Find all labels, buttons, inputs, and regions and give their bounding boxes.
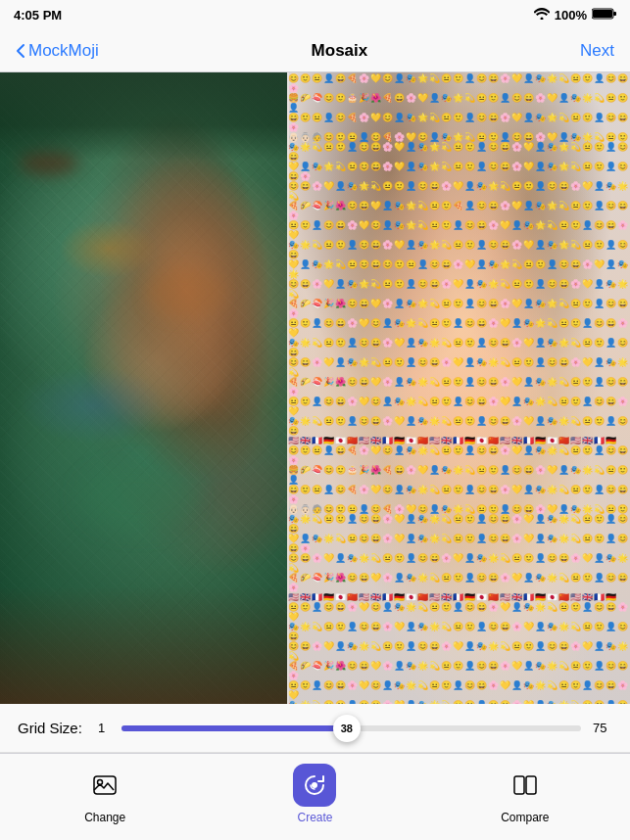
tab-compare-label: Compare xyxy=(501,811,549,824)
status-bar: 4:05 PM 100% xyxy=(0,0,630,29)
tab-change-label: Change xyxy=(84,811,125,824)
image-icon xyxy=(92,772,118,798)
painted-image-left xyxy=(0,72,289,704)
tab-compare[interactable]: Compare xyxy=(491,764,559,824)
slider-thumb[interactable]: 38 xyxy=(333,715,361,742)
status-right-area: 100% xyxy=(534,8,616,23)
next-button[interactable]: Next xyxy=(580,41,614,61)
back-button[interactable]: MockMoji xyxy=(16,41,99,61)
home-indicator xyxy=(0,834,630,840)
svg-point-5 xyxy=(312,782,317,788)
tab-bar: Change Create Compare xyxy=(0,753,630,834)
svg-rect-1 xyxy=(613,12,616,16)
slider-max-value: 75 xyxy=(593,721,612,735)
svg-rect-7 xyxy=(526,776,536,794)
slider-value: 38 xyxy=(341,723,353,734)
compare-icon xyxy=(512,772,538,798)
slider-track: 38 xyxy=(121,725,581,731)
svg-rect-3 xyxy=(94,776,116,794)
create-icon-container xyxy=(293,764,336,807)
change-icon-container xyxy=(83,764,126,807)
emoji-mosaic-right: 😊🙂😐👤😄🍕🌸💛😊👤🎭🌟💫😐🙂👤😊😄🌸💛👤🎭🌟💫😐🙂👤😊😄🌸 🍔🌮🍣😊🙂🎂🎉🌺🍕… xyxy=(287,72,630,704)
battery-icon xyxy=(592,8,616,23)
slider-container[interactable]: 38 xyxy=(121,714,581,743)
svg-rect-2 xyxy=(593,10,612,18)
battery-percentage: 100% xyxy=(555,8,587,23)
image-divider xyxy=(287,72,289,704)
refresh-icon xyxy=(302,772,327,798)
image-container: 😊🙂😐👤😄🍕🌸💛😊👤🎭🌟💫😐🙂👤😊😄🌸💛👤🎭🌟💫😐🙂👤😊😄🌸 🍔🌮🍣😊🙂🎂🎉🌺🍕… xyxy=(0,72,630,704)
compare-icon-container xyxy=(504,764,547,807)
grid-size-row: Grid Size: 1 38 75 xyxy=(0,704,630,753)
status-time: 4:05 PM xyxy=(14,8,62,23)
page-title: Mosaix xyxy=(312,41,368,61)
slider-min-value: 1 xyxy=(98,721,110,735)
tab-change[interactable]: Change xyxy=(71,764,139,824)
controls-area: Grid Size: 1 38 75 Change xyxy=(0,704,630,840)
tab-create-label: Create xyxy=(297,811,332,824)
tab-create[interactable]: Create xyxy=(280,764,349,824)
nav-bar: MockMoji Mosaix Next xyxy=(0,29,630,72)
status-time-area: 4:05 PM xyxy=(14,8,62,23)
back-label: MockMoji xyxy=(28,41,99,61)
slider-fill xyxy=(121,725,347,731)
svg-rect-6 xyxy=(514,776,524,794)
wifi-icon xyxy=(534,8,550,23)
grid-size-label: Grid Size: xyxy=(18,720,86,736)
